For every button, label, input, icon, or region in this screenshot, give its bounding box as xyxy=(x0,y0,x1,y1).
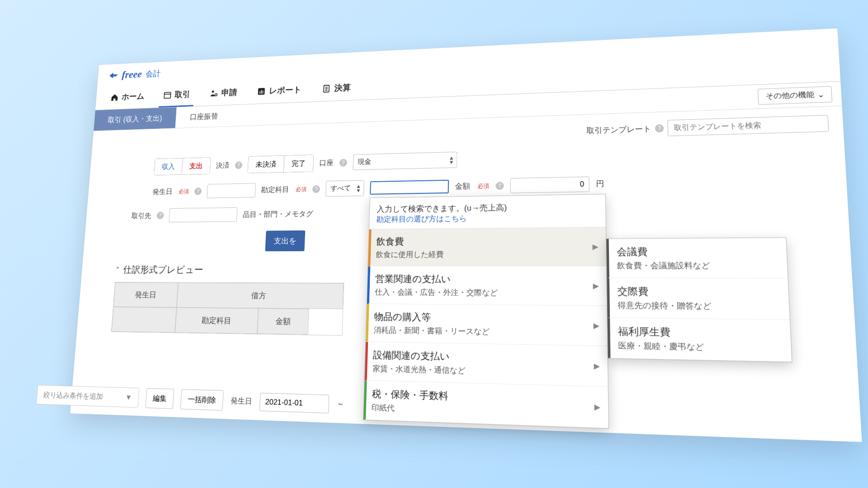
logo-suffix: 会計 xyxy=(145,68,161,79)
nav-reports-label: レポート xyxy=(269,84,302,96)
help-icon[interactable]: ? xyxy=(235,161,242,169)
help-icon[interactable]: ? xyxy=(655,124,664,132)
account-category-wrap: 入力して検索できます。(u→売上高) 勘定科目の選び方はこちら 飲食費 飲食に使… xyxy=(370,180,449,195)
category-item-facility[interactable]: 設備関連の支払い 家賃・水道光熱・通信など ▶ xyxy=(365,342,608,387)
th-debit: 借方 xyxy=(177,282,344,309)
chevron-down-icon: ▼ xyxy=(125,393,132,402)
th-empty xyxy=(112,307,177,333)
preview-table: 発生日 借方 勘定科目 金額 xyxy=(111,282,344,336)
nav-reports[interactable]: レポート xyxy=(252,78,306,104)
expense-button[interactable]: 支出 xyxy=(182,158,210,174)
th-amount: 金額 xyxy=(257,308,309,334)
amount-label: 金額 xyxy=(455,181,470,192)
document-icon xyxy=(322,84,331,93)
submit-expense-button[interactable]: 支出を xyxy=(265,230,305,251)
window-icon xyxy=(163,90,172,99)
category-title: 営業関連の支払い xyxy=(375,272,593,286)
app-window: freee 会計 ホーム 取引 申請 レポート xyxy=(70,28,862,442)
logo-text: freee xyxy=(122,68,142,81)
nav-home-label: ホーム xyxy=(121,91,145,103)
bulk-delete-button[interactable]: 一括削除 xyxy=(180,389,224,411)
account-label: 口座 xyxy=(319,158,334,168)
nav-applications[interactable]: 申請 xyxy=(205,81,241,106)
svg-point-2 xyxy=(212,90,214,93)
occur-date-label: 発生日 xyxy=(152,187,173,197)
category-title: 飲食費 xyxy=(376,234,593,248)
subcategory-desc: 飲食費・会議施設料など xyxy=(617,260,779,272)
nav-home[interactable]: ホーム xyxy=(106,85,149,109)
form-row-main: 発生日 必須 ? 勘定科目 必須 ? すべて ▲▼ 入力して検索できます。(u→… xyxy=(99,171,832,201)
subcategory-title: 交際費 xyxy=(617,285,780,299)
tilde: ～ xyxy=(337,399,344,409)
subcategory-panel: 会議費 飲食費・会議施設料など 交際費 得意先の接待・贈答など 福利厚生費 医療… xyxy=(606,237,792,362)
category-item-goods[interactable]: 物品の購入等 消耗品・新聞・書籍・リースなど ▶ xyxy=(366,304,607,346)
subcategory-meeting[interactable]: 会議費 飲食費・会議施設料など xyxy=(606,238,788,278)
th-account: 勘定科目 xyxy=(175,308,259,334)
svg-rect-5 xyxy=(259,91,260,94)
income-button[interactable]: 収入 xyxy=(154,159,183,175)
category-item-sales[interactable]: 営業関連の支払い 仕入・会議・広告・外注・交際など ▶ xyxy=(367,267,607,306)
chart-icon xyxy=(257,87,266,96)
filter-date-label: 発生日 xyxy=(231,395,253,407)
app-logo: freee 会計 xyxy=(108,67,161,81)
settlement-done-button[interactable]: 完了 xyxy=(284,155,314,172)
account-select[interactable]: 現金 ▲▼ xyxy=(353,152,457,170)
chevron-right-icon: ▶ xyxy=(593,282,599,291)
filter-date-from[interactable] xyxy=(259,393,330,413)
category-item-tax[interactable]: 税・保険・手数料 印紙代 ▶ xyxy=(363,380,609,428)
account-category-dropdown: 入力して検索できます。(u→売上高) 勘定科目の選び方はこちら 飲食費 飲食に使… xyxy=(363,194,609,429)
help-icon[interactable]: ? xyxy=(340,159,347,166)
category-title: 物品の購入等 xyxy=(374,310,593,326)
filter-add-dropdown[interactable]: 絞り込み条件を追加 ▼ xyxy=(36,385,140,408)
subcategory-entertainment[interactable]: 交際費 得意先の接待・贈答など xyxy=(607,278,790,320)
memo-label: 品目・部門・メモタグ xyxy=(242,209,313,220)
caret-up-icon: ˄ xyxy=(115,266,119,275)
help-icon[interactable]: ? xyxy=(312,185,320,193)
settlement-label: 決済 xyxy=(216,160,230,170)
help-icon[interactable]: ? xyxy=(495,182,504,190)
edit-button[interactable]: 編集 xyxy=(145,388,174,409)
sub-tab-transactions[interactable]: 取引 (収入・支出) xyxy=(94,107,176,131)
other-functions-label: その他の機能 xyxy=(765,90,815,101)
category-desc: 家賃・水道光熱・通信など xyxy=(373,363,594,380)
chevron-right-icon: ▶ xyxy=(593,321,599,330)
svg-line-1 xyxy=(165,94,171,94)
account-category-filter[interactable]: すべて ▲▼ xyxy=(326,180,364,197)
required-badge: 必須 xyxy=(179,188,189,195)
settlement-toggle: 未決済 完了 xyxy=(247,155,314,173)
dropdown-help-link[interactable]: 勘定科目の選び方はこちら xyxy=(376,214,467,224)
svg-rect-7 xyxy=(262,90,263,94)
amount-input[interactable] xyxy=(510,176,589,193)
account-category-input[interactable] xyxy=(370,180,449,195)
svg-rect-0 xyxy=(164,92,171,98)
subcategory-desc: 医療・親睦・慶弔など xyxy=(618,340,783,354)
chevron-right-icon: ▶ xyxy=(594,361,599,371)
help-icon[interactable]: ? xyxy=(194,188,202,195)
person-icon xyxy=(209,89,218,98)
dropdown-hint: 入力して検索できます。(u→売上高) 勘定科目の選び方はこちら xyxy=(369,194,606,230)
home-icon xyxy=(110,93,119,102)
nav-closing[interactable]: 決算 xyxy=(317,76,356,101)
chevron-right-icon: ▶ xyxy=(594,402,600,412)
account-value: 現金 xyxy=(358,157,372,167)
nav-transactions[interactable]: 取引 xyxy=(159,83,195,108)
preview-title-text: 仕訳形式プレビュー xyxy=(123,264,203,275)
template-search-input[interactable] xyxy=(667,115,829,136)
required-badge: 必須 xyxy=(296,185,307,193)
category-item-food[interactable]: 飲食費 飲食に使用した経費 ▶ xyxy=(368,227,606,266)
occur-date-input[interactable] xyxy=(207,183,256,198)
category-desc: 飲食に使用した経費 xyxy=(376,249,593,259)
subcategory-welfare[interactable]: 福利厚生費 医療・親睦・慶弔など xyxy=(608,318,792,362)
category-desc: 仕入・会議・広告・外注・交際など xyxy=(375,287,593,299)
partner-input[interactable] xyxy=(169,207,237,222)
currency-unit: 円 xyxy=(596,178,604,189)
subcategory-desc: 得意先の接待・贈答など xyxy=(618,300,781,313)
other-functions-dropdown[interactable]: その他の機能 ⌄ xyxy=(758,86,832,104)
partner-label: 取引先 xyxy=(131,211,151,221)
settlement-pending-button[interactable]: 未決済 xyxy=(248,156,284,173)
chevron-right-icon: ▶ xyxy=(592,242,598,251)
help-icon[interactable]: ? xyxy=(156,211,164,219)
sub-tab-transfer[interactable]: 口座振替 xyxy=(175,105,233,128)
account-category-label: 勘定科目 xyxy=(261,185,289,195)
updown-icon: ▲▼ xyxy=(356,184,361,192)
